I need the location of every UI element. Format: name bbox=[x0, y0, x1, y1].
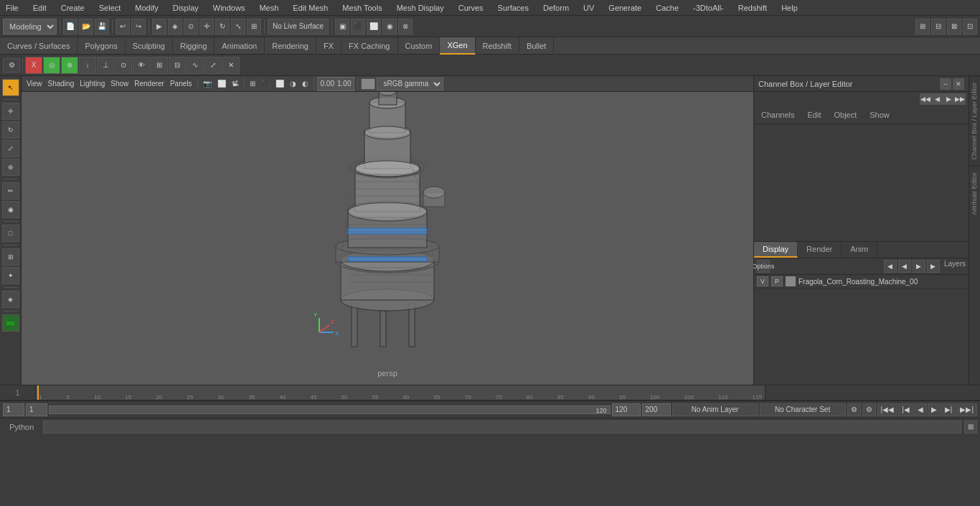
universal-tool-btn[interactable]: ⊕ bbox=[2, 159, 19, 176]
xgen-tool5[interactable]: ⊥ bbox=[97, 57, 114, 74]
layer-add4-btn[interactable]: ▶ bbox=[927, 260, 940, 273]
select-tool-btn[interactable]: ↖ bbox=[2, 79, 19, 96]
xgen-tool9[interactable]: ⊟ bbox=[169, 57, 186, 74]
channels-tab[interactable]: Channels bbox=[758, 109, 797, 121]
new-file-btn[interactable]: 📄 bbox=[63, 19, 77, 34]
python-input[interactable] bbox=[43, 421, 961, 434]
char-set-select[interactable]: No Character Set bbox=[760, 403, 846, 416]
menu-generate[interactable]: Generate bbox=[606, 2, 644, 14]
color-space-select[interactable]: sRGB gamma bbox=[377, 78, 443, 90]
step-back-btn[interactable]: |◀ bbox=[898, 403, 913, 416]
transform-btn[interactable]: ⊞ bbox=[247, 19, 261, 34]
scale-tool-btn[interactable]: ⤢ bbox=[2, 140, 19, 157]
menu-redshift[interactable]: Redshift bbox=[735, 2, 770, 14]
menu-deform[interactable]: Deform bbox=[540, 2, 572, 14]
tab-custom[interactable]: Custom bbox=[398, 37, 440, 55]
undo-btn[interactable]: ↩ bbox=[116, 19, 130, 34]
no-live-surface-btn[interactable]: No Live Surface bbox=[268, 19, 329, 34]
xgen-settings-btn[interactable]: ⚙ bbox=[3, 58, 20, 72]
menu-create[interactable]: Create bbox=[58, 2, 88, 14]
select-btn[interactable]: ▶ bbox=[152, 19, 166, 34]
snap-btn[interactable]: ✦ bbox=[2, 267, 19, 284]
menu-mesh-tools[interactable]: Mesh Tools bbox=[339, 2, 385, 14]
xgen-tool7[interactable]: 👁 bbox=[133, 57, 150, 74]
lasso-btn[interactable]: ⊙ bbox=[184, 19, 198, 34]
menu-file[interactable]: File bbox=[3, 2, 22, 14]
panel-close-btn[interactable]: ✕ bbox=[953, 78, 964, 90]
scale-btn[interactable]: ⤡ bbox=[231, 19, 245, 34]
anim-key-btn[interactable]: ⚙ bbox=[862, 403, 876, 416]
render5-btn[interactable]: ⊗ bbox=[398, 19, 413, 34]
xgen-tool1[interactable]: X bbox=[25, 57, 42, 74]
menu-mesh-display[interactable]: Mesh Display bbox=[394, 2, 447, 14]
menu-display[interactable]: Display bbox=[170, 2, 202, 14]
tab-animation[interactable]: Animation bbox=[215, 37, 265, 55]
panels-menu-btn[interactable]: Panels bbox=[168, 77, 194, 91]
tab-rigging[interactable]: Rigging bbox=[173, 37, 215, 55]
xgen-tool2[interactable]: ◎ bbox=[43, 57, 60, 74]
xgen-tool10[interactable]: ∿ bbox=[187, 57, 204, 74]
le-render-tab[interactable]: Render bbox=[798, 242, 842, 258]
rotate-btn[interactable]: ↻ bbox=[215, 19, 230, 34]
anim-settings-btn[interactable]: ⚙ bbox=[847, 403, 861, 416]
tab-sculpting[interactable]: Sculpting bbox=[126, 37, 173, 55]
menu-uv[interactable]: UV bbox=[580, 2, 597, 14]
channel-box-side-tab[interactable]: Channel Box / Layer Editor bbox=[969, 76, 980, 166]
layer-playback-btn[interactable]: P bbox=[771, 276, 783, 286]
tab-xgen[interactable]: XGen bbox=[440, 37, 475, 55]
show-menu-btn[interactable]: Show bbox=[108, 77, 131, 91]
wireframe-btn[interactable]: ⊞ bbox=[248, 77, 258, 91]
play-fwd-btn[interactable]: ▶ bbox=[928, 403, 941, 416]
frame-start-field[interactable] bbox=[26, 403, 47, 416]
layer-add-btn[interactable]: ◀ bbox=[884, 260, 897, 273]
show-tab[interactable]: Show bbox=[867, 109, 892, 121]
step-fwd-btn[interactable]: ▶| bbox=[941, 403, 956, 416]
layer-visibility-btn[interactable]: V bbox=[757, 276, 768, 286]
select2-btn[interactable]: ◈ bbox=[168, 19, 182, 34]
frame-end-field[interactable] bbox=[612, 403, 641, 416]
menu-surfaces[interactable]: Surfaces bbox=[495, 2, 532, 14]
render2-btn[interactable]: ⬛ bbox=[351, 19, 365, 34]
move-tool-btn[interactable]: ✛ bbox=[2, 103, 19, 120]
display-btn[interactable]: ◈ bbox=[2, 291, 19, 308]
le-display-tab[interactable]: Display bbox=[754, 242, 798, 258]
layer-color-swatch[interactable] bbox=[786, 276, 796, 286]
time-slider[interactable]: 120 bbox=[49, 406, 611, 414]
tab-polygons[interactable]: Polygons bbox=[77, 37, 125, 55]
color-swatch[interactable] bbox=[361, 78, 375, 90]
xgen-logo-btn[interactable]: XG bbox=[2, 314, 19, 332]
menu-mesh[interactable]: Mesh bbox=[256, 2, 281, 14]
save-file-btn[interactable]: 💾 bbox=[95, 19, 109, 34]
attr-next-btn[interactable]: ▶▶ bbox=[954, 93, 966, 105]
soft-select-btn[interactable]: ◉ bbox=[2, 201, 19, 218]
tab-redshift[interactable]: Redshift bbox=[476, 37, 519, 55]
tab-fx[interactable]: FX bbox=[316, 37, 341, 55]
attr-back-btn[interactable]: ◀ bbox=[931, 93, 943, 105]
python-tab[interactable]: Python bbox=[3, 421, 40, 434]
layer-options-btn[interactable]: Options bbox=[757, 260, 770, 273]
layer-add3-btn[interactable]: ▶ bbox=[913, 260, 925, 273]
anim-layer-select[interactable]: No Anim Layer bbox=[672, 403, 758, 416]
menu-select[interactable]: Select bbox=[96, 2, 124, 14]
tab-curves-surfaces[interactable]: Curves / Surfaces bbox=[0, 37, 77, 55]
menu-help[interactable]: Help bbox=[778, 2, 801, 14]
play-back-btn[interactable]: ◀ bbox=[914, 403, 927, 416]
xgen-tool6[interactable]: ⊙ bbox=[115, 57, 132, 74]
camera2-btn[interactable]: ⬜ bbox=[215, 77, 228, 91]
go-to-start-btn[interactable]: |◀◀ bbox=[877, 403, 898, 416]
xgen-tool4[interactable]: ↓ bbox=[79, 57, 96, 74]
layout2-btn[interactable]: ⊟ bbox=[931, 19, 946, 34]
timeline-ruler[interactable]: 1 5 10 15 20 25 30 35 40 45 50 55 60 65 … bbox=[36, 385, 765, 400]
anim-end-field[interactable] bbox=[642, 403, 671, 416]
shaded-btn[interactable]: ◑ bbox=[288, 77, 298, 91]
attr-prev-btn[interactable]: ◀◀ bbox=[920, 93, 931, 105]
workspace-selector[interactable]: Modeling bbox=[3, 19, 57, 34]
redo-btn[interactable]: ↪ bbox=[131, 19, 146, 34]
smooth-btn[interactable]: ◐ bbox=[300, 77, 311, 91]
menu-cache[interactable]: Cache bbox=[653, 2, 682, 14]
timeline-playhead[interactable] bbox=[37, 385, 39, 400]
xgen-tool12[interactable]: ✕ bbox=[222, 57, 240, 74]
console-btn[interactable]: ⊞ bbox=[964, 421, 977, 434]
menu-edit[interactable]: Edit bbox=[30, 2, 50, 14]
xgen-tool3[interactable]: ⊕ bbox=[61, 57, 78, 74]
